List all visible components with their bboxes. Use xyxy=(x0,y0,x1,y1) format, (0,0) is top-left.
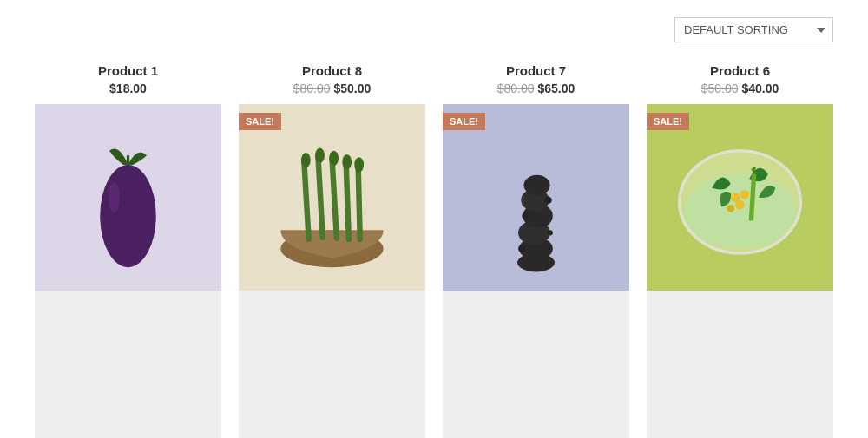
product-title: Product 7 xyxy=(506,63,566,78)
products-grid: Product 1 $18.00 NEW VEGETABLES In stock… xyxy=(35,63,833,438)
svg-point-12 xyxy=(315,148,325,163)
svg-point-11 xyxy=(301,153,311,167)
svg-line-9 xyxy=(346,162,349,239)
product-price: $50.00$40.00 xyxy=(701,82,779,95)
price-original: $80.00 xyxy=(497,82,535,95)
product-title: Product 8 xyxy=(302,63,362,78)
svg-point-24 xyxy=(547,230,552,235)
sale-badge: SALE! xyxy=(443,113,485,130)
price-original: $50.00 xyxy=(701,82,739,95)
svg-point-14 xyxy=(342,154,352,169)
svg-point-26 xyxy=(544,196,552,204)
product-price: $80.00$65.00 xyxy=(497,82,575,95)
product-image: SALE! NEW xyxy=(239,104,425,438)
product-price: $18.00 xyxy=(109,82,147,95)
product-card-p7: Product 7 $80.00$65.00 SALE! NEW VEGETAB… xyxy=(443,63,629,438)
price-regular: $18.00 xyxy=(109,82,147,95)
product-card-p1: Product 1 $18.00 NEW VEGETABLES In stock… xyxy=(35,63,221,438)
sort-select[interactable]: DEFAULT SORTING Sort by popularity Sort … xyxy=(674,17,833,42)
toolbar: DEFAULT SORTING Sort by popularity Sort … xyxy=(35,17,833,42)
sort-wrapper: DEFAULT SORTING Sort by popularity Sort … xyxy=(674,17,833,42)
svg-line-35 xyxy=(751,174,753,221)
product-price: $80.00$50.00 xyxy=(293,82,372,95)
svg-point-30 xyxy=(684,174,796,249)
product-title: Product 1 xyxy=(98,63,158,78)
price-sale: $50.00 xyxy=(334,82,372,95)
svg-point-33 xyxy=(735,200,745,210)
price-sale: $40.00 xyxy=(742,82,779,95)
svg-point-23 xyxy=(518,245,526,252)
product-card-p8: Product 8 $80.00$50.00 SALE! NEW VEGETAB… xyxy=(239,63,425,438)
svg-point-22 xyxy=(524,175,550,196)
svg-point-15 xyxy=(354,157,364,172)
product-image: NEW xyxy=(35,104,221,438)
sale-badge: SALE! xyxy=(647,113,689,130)
svg-point-13 xyxy=(329,151,339,166)
svg-point-25 xyxy=(522,213,527,219)
svg-point-34 xyxy=(727,205,734,212)
price-original: $80.00 xyxy=(293,82,331,95)
svg-line-10 xyxy=(358,165,360,239)
sale-badge: SALE! xyxy=(239,113,281,130)
svg-point-32 xyxy=(740,190,750,199)
svg-point-3 xyxy=(108,182,120,212)
svg-point-1 xyxy=(100,165,156,267)
product-card-p6: Product 6 $50.00$40.00 SALE! NEW VEGETAB… xyxy=(647,63,833,438)
product-title: Product 6 xyxy=(710,63,770,78)
product-image: SALE! NEW xyxy=(647,104,833,438)
product-image: SALE! NEW xyxy=(443,104,629,438)
price-sale: $65.00 xyxy=(538,82,575,95)
page-wrapper: DEFAULT SORTING Sort by popularity Sort … xyxy=(0,0,868,438)
